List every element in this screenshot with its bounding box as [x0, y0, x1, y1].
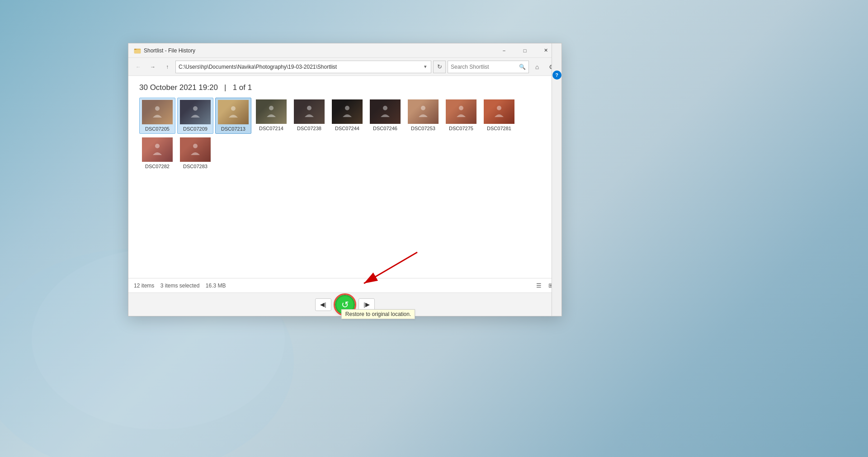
file-item[interactable]: DSC07205 [139, 98, 175, 134]
window-controls: − □ ✕ [494, 43, 556, 58]
file-item[interactable]: DSC07244 [329, 98, 365, 134]
title-bar: Shortlist - File History − □ ✕ [128, 43, 561, 58]
help-icon: ? [555, 72, 558, 78]
search-wrapper: 🔍 [448, 61, 529, 73]
file-thumbnail [180, 137, 211, 162]
file-thumbnail [142, 100, 173, 124]
file-thumbnail [142, 137, 173, 162]
file-item[interactable]: DSC07281 [481, 98, 517, 134]
file-name: DSC07282 [145, 164, 170, 169]
help-button[interactable]: ? [552, 71, 561, 80]
file-name: DSC07281 [487, 126, 511, 131]
prev-icon: ◀| [320, 301, 326, 308]
forward-icon: → [150, 64, 156, 70]
up-icon: ↑ [166, 64, 169, 70]
back-icon: ← [136, 64, 141, 70]
file-item[interactable]: DSC07283 [177, 136, 213, 171]
address-input-wrapper: ▾ [175, 61, 431, 73]
file-item[interactable]: DSC07275 [443, 98, 479, 134]
svg-point-14 [193, 144, 198, 148]
file-name: DSC07238 [297, 126, 321, 131]
dropdown-icon[interactable]: ▾ [423, 64, 428, 70]
svg-point-3 [155, 106, 160, 111]
refresh-icon: ↻ [437, 63, 442, 70]
svg-point-4 [193, 106, 198, 111]
date-header: 30 October 2021 19:20 | 1 of 1 [128, 76, 561, 98]
svg-point-11 [459, 106, 463, 110]
file-thumbnail [408, 99, 439, 124]
separator: | [224, 83, 226, 92]
prev-button[interactable]: ◀| [315, 298, 331, 311]
minimize-button[interactable]: − [494, 43, 514, 58]
address-bar: ← → ↑ ▾ ↻ 🔍 ⌂ ⚙ [128, 58, 561, 76]
back-button[interactable]: ← [132, 61, 145, 73]
svg-point-7 [307, 106, 311, 110]
file-thumbnail [294, 99, 325, 124]
file-item[interactable]: DSC07213 [215, 98, 251, 134]
list-view-button[interactable]: ☰ [533, 280, 544, 291]
restore-button-wrapper: ↺ Restore to original location. [335, 295, 355, 315]
file-name: DSC07275 [449, 126, 473, 131]
file-item[interactable]: DSC07214 [253, 98, 289, 134]
svg-point-12 [497, 106, 501, 110]
svg-point-8 [345, 106, 349, 110]
refresh-button[interactable]: ↻ [433, 61, 446, 73]
maximize-button[interactable]: □ [514, 43, 535, 58]
file-name: DSC07205 [145, 126, 170, 132]
next-icon: |▶ [363, 301, 369, 308]
status-text: 12 items 3 items selected 16.3 MB [134, 283, 533, 289]
home-button[interactable]: ⌂ [531, 61, 543, 73]
file-name: DSC07244 [335, 126, 359, 131]
svg-point-9 [383, 106, 387, 110]
file-thumbnail [446, 99, 476, 124]
content-area: 30 October 2021 19:20 | 1 of 1 DSC07205D… [128, 76, 561, 292]
svg-point-5 [231, 106, 236, 111]
file-name: DSC07253 [411, 126, 435, 131]
file-item[interactable]: DSC07282 [139, 136, 175, 171]
search-input[interactable] [451, 64, 519, 70]
window-icon [134, 47, 141, 54]
file-history-window: Shortlist - File History − □ ✕ ← → ↑ ▾ ↻… [128, 43, 562, 316]
file-item[interactable]: DSC07246 [367, 98, 403, 134]
svg-point-13 [155, 144, 160, 148]
file-name: DSC07283 [183, 164, 208, 169]
file-thumbnail [180, 100, 211, 124]
file-name: DSC07214 [259, 126, 283, 131]
restore-icon: ↺ [341, 299, 349, 310]
file-size: 16.3 MB [206, 283, 226, 289]
right-sidebar: ? [552, 43, 561, 316]
file-thumbnail [332, 99, 363, 124]
selected-count: 3 items selected [160, 283, 200, 289]
file-name: DSC07246 [373, 126, 397, 131]
home-icon: ⌂ [535, 63, 539, 71]
file-thumbnail [484, 99, 514, 124]
svg-point-6 [269, 106, 274, 110]
bottom-bar: ◀| ↺ Restore to original location. |▶ [128, 292, 561, 316]
item-count: 12 items [134, 283, 154, 289]
search-icon[interactable]: 🔍 [519, 64, 526, 70]
address-input[interactable] [179, 64, 423, 70]
file-grid: DSC07205DSC07209DSC07213DSC07214DSC07238… [128, 98, 561, 278]
page-info: 1 of 1 [233, 83, 252, 92]
status-bar: 12 items 3 items selected 16.3 MB ☰ ⊞ [128, 278, 561, 292]
file-item[interactable]: DSC07253 [405, 98, 441, 134]
up-button[interactable]: ↑ [161, 61, 174, 73]
file-name: DSC07209 [183, 126, 208, 132]
file-name: DSC07213 [221, 126, 245, 132]
date-text: 30 October 2021 19:20 [139, 83, 218, 92]
forward-button[interactable]: → [146, 61, 159, 73]
restore-tooltip: Restore to original location. [341, 309, 415, 319]
file-thumbnail [370, 99, 401, 124]
file-thumbnail [256, 99, 287, 124]
file-item[interactable]: DSC07238 [291, 98, 327, 134]
svg-point-10 [421, 106, 425, 110]
file-item[interactable]: DSC07209 [177, 98, 213, 134]
file-thumbnail [218, 100, 249, 124]
window-title: Shortlist - File History [144, 47, 494, 54]
